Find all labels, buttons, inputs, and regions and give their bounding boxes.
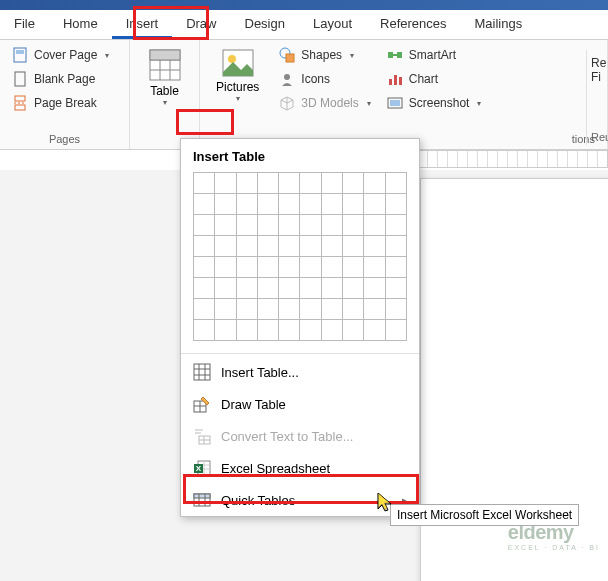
ribbon-tabs: File Home Insert Draw Design Layout Refe… xyxy=(0,10,608,40)
convert-text-menu-item: Convert Text to Table... xyxy=(181,420,419,452)
svg-rect-24 xyxy=(390,100,400,106)
table-dropdown: Insert Table Insert Table... Draw Table … xyxy=(180,138,420,517)
blank-page-label: Blank Page xyxy=(34,72,95,86)
svg-point-13 xyxy=(228,55,236,63)
cursor-icon xyxy=(376,491,396,520)
quick-tables-icon xyxy=(193,491,211,509)
pictures-label: Pictures xyxy=(216,80,259,94)
svg-rect-21 xyxy=(394,75,397,85)
svg-rect-45 xyxy=(194,494,210,498)
icons-button[interactable]: Icons xyxy=(275,68,374,90)
screenshot-icon xyxy=(387,95,403,111)
svg-point-16 xyxy=(284,74,290,80)
svg-rect-22 xyxy=(399,77,402,85)
page-break-label: Page Break xyxy=(34,96,97,110)
truncated-fi: Fi xyxy=(591,70,606,84)
svg-rect-4 xyxy=(15,105,25,110)
icons-icon xyxy=(279,71,295,87)
chevron-down-icon: ▾ xyxy=(163,98,167,107)
svg-rect-25 xyxy=(194,364,210,380)
chart-icon xyxy=(387,71,403,87)
table-grid-icon xyxy=(193,363,211,381)
insert-table-menu-item[interactable]: Insert Table... xyxy=(181,356,419,388)
pages-group-label: Pages xyxy=(8,131,121,147)
table-grid-picker[interactable] xyxy=(181,172,419,351)
truncated-reus: Reus xyxy=(591,131,608,143)
svg-rect-17 xyxy=(388,52,393,58)
pictures-icon xyxy=(221,48,255,78)
chart-button[interactable]: Chart xyxy=(383,68,486,90)
cover-page-label: Cover Page xyxy=(34,48,97,62)
svg-rect-1 xyxy=(16,50,24,54)
tab-draw[interactable]: Draw xyxy=(172,10,230,39)
page-break-button[interactable]: Page Break xyxy=(8,92,113,114)
tab-home[interactable]: Home xyxy=(49,10,112,39)
tab-file[interactable]: File xyxy=(0,10,49,39)
shapes-button[interactable]: Shapes▾ xyxy=(275,44,374,66)
ribbon: Cover Page▾ Blank Page Page Break Pages … xyxy=(0,40,608,150)
table-label: Table xyxy=(150,84,179,98)
excel-spreadsheet-menu-item[interactable]: X Excel Spreadsheet xyxy=(181,452,419,484)
cover-page-button[interactable]: Cover Page▾ xyxy=(8,44,113,66)
shapes-icon xyxy=(279,47,295,63)
page-break-icon xyxy=(12,95,28,111)
dropdown-title: Insert Table xyxy=(181,139,419,172)
pictures-button[interactable]: Pictures ▾ xyxy=(208,44,267,131)
3d-models-button[interactable]: 3D Models▾ xyxy=(275,92,374,114)
svg-rect-20 xyxy=(389,79,392,85)
cube-icon xyxy=(279,95,295,111)
svg-text:X: X xyxy=(196,464,202,473)
table-icon xyxy=(148,48,182,82)
text-to-table-icon xyxy=(193,427,211,445)
svg-rect-3 xyxy=(15,96,25,101)
screenshot-button[interactable]: Screenshot▾ xyxy=(383,92,486,114)
cover-page-icon xyxy=(12,47,28,63)
pencil-table-icon xyxy=(193,395,211,413)
tab-layout[interactable]: Layout xyxy=(299,10,366,39)
smartart-icon xyxy=(387,47,403,63)
svg-rect-18 xyxy=(397,52,402,58)
tooltip: Insert Microsoft Excel Worksheet xyxy=(390,504,579,526)
blank-page-button[interactable]: Blank Page xyxy=(8,68,113,90)
ruler[interactable] xyxy=(416,150,608,168)
svg-rect-15 xyxy=(286,54,294,62)
svg-rect-2 xyxy=(15,72,25,86)
blank-page-icon xyxy=(12,71,28,87)
tab-design[interactable]: Design xyxy=(231,10,299,39)
tab-insert[interactable]: Insert xyxy=(112,10,173,39)
table-button[interactable]: Table ▾ xyxy=(140,44,190,131)
smartart-button[interactable]: SmartArt xyxy=(383,44,486,66)
excel-icon: X xyxy=(193,459,211,477)
tab-mailings[interactable]: Mailings xyxy=(461,10,537,39)
svg-rect-11 xyxy=(150,50,180,60)
draw-table-menu-item[interactable]: Draw Table xyxy=(181,388,419,420)
tab-references[interactable]: References xyxy=(366,10,460,39)
truncated-re: Re xyxy=(591,56,606,70)
